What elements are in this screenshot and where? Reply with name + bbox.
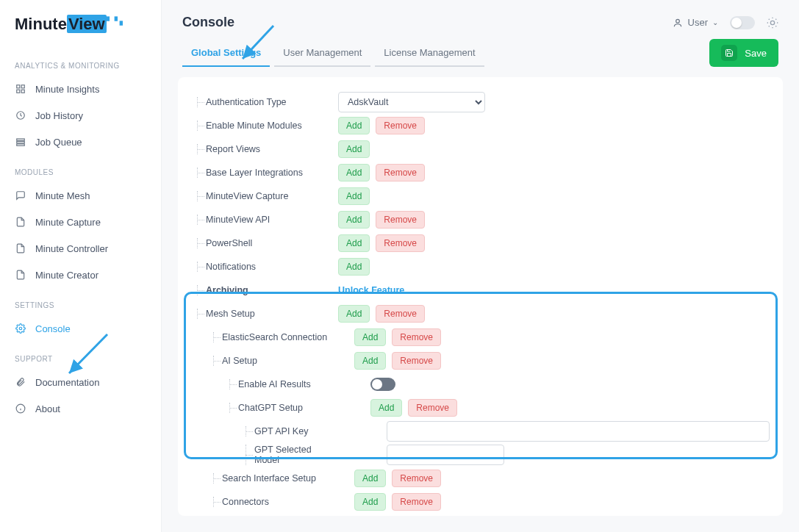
tree-report-views: Report Views: [184, 144, 338, 154]
tree-enable-ai-results: Enable AI Results: [184, 379, 338, 389]
sidebar-item-label: Minute Controller: [35, 243, 108, 254]
tree-gpt-api-key: GPT API Key: [184, 426, 338, 436]
sidebar-item-job-queue[interactable]: Job Queue: [0, 129, 161, 155]
sidebar-item-documentation[interactable]: Documentation: [0, 369, 161, 395]
gpt-api-key-input[interactable]: [387, 421, 770, 442]
sidebar-item-console[interactable]: Console: [0, 315, 161, 342]
gpt-model-input[interactable]: [387, 445, 504, 465]
tab-license-management[interactable]: License Management: [375, 40, 484, 67]
remove-button[interactable]: Remove: [376, 211, 425, 229]
sidebar-item-insights[interactable]: Minute Insights: [0, 76, 161, 102]
topbar-right: User ⌄: [672, 16, 778, 29]
file-icon: [15, 269, 26, 281]
logo-part1: Minute: [15, 15, 67, 33]
page-title: Console: [182, 15, 234, 30]
add-button[interactable]: Add: [338, 187, 370, 205]
sidebar-item-label: Job Queue: [35, 137, 82, 148]
sidebar-item-label: Minute Creator: [35, 270, 98, 281]
tree-notifications: Notifications: [184, 262, 338, 272]
tree-mv-capture: MinuteView Capture: [184, 191, 338, 201]
svg-rect-2: [17, 90, 20, 93]
svg-line-20: [769, 26, 770, 26]
add-button[interactable]: Add: [338, 211, 370, 229]
add-button[interactable]: Add: [338, 164, 370, 181]
sidebar-item-about[interactable]: About: [0, 395, 161, 422]
sun-icon[interactable]: [767, 17, 778, 29]
settings-panel: Authentication Type AdskVault Enable Min…: [178, 77, 783, 516]
tree-gpt-model: GPT Selected Model: [184, 445, 338, 465]
tree-enable-minute-modules: Enable Minute Modules: [184, 121, 338, 131]
sidebar-item-label: Documentation: [35, 377, 99, 388]
svg-line-17: [775, 26, 776, 26]
file-icon: [15, 216, 26, 228]
sidebar-item-minute-controller[interactable]: Minute Controller: [0, 235, 161, 262]
remove-button[interactable]: Remove: [408, 399, 457, 417]
chevron-down-icon: ⌄: [712, 18, 718, 26]
sidebar: MinuteView▘▝▗ ANALYTICS & MONITORING Min…: [0, 0, 162, 532]
save-button[interactable]: Save: [709, 39, 778, 67]
sidebar-section-modules: MODULES: [0, 155, 161, 182]
sidebar-item-label: Console: [35, 323, 71, 334]
paperclip-icon: [15, 376, 26, 388]
remove-button[interactable]: Remove: [376, 305, 425, 323]
queue-icon: [15, 136, 26, 148]
history-icon: [15, 109, 26, 121]
add-button[interactable]: Add: [354, 470, 386, 487]
gear-icon: [15, 323, 26, 334]
user-label: User: [688, 17, 708, 28]
sidebar-item-label: About: [35, 403, 60, 414]
user-icon: [672, 17, 684, 29]
add-button[interactable]: Add: [370, 399, 402, 417]
sidebar-item-job-history[interactable]: Job History: [0, 102, 161, 129]
sidebar-item-minute-capture[interactable]: Minute Capture: [0, 209, 161, 235]
sidebar-item-label: Minute Mesh: [35, 190, 90, 201]
user-menu[interactable]: User ⌄: [672, 17, 718, 29]
tree-ai-setup: AI Setup: [184, 356, 338, 366]
grid-icon: [15, 83, 26, 95]
svg-point-13: [770, 21, 774, 24]
remove-button[interactable]: Remove: [392, 328, 441, 346]
sidebar-item-minute-creator[interactable]: Minute Creator: [0, 262, 161, 288]
tree-es-connection: ElasticSearch Connection: [184, 332, 338, 342]
remove-button[interactable]: Remove: [392, 352, 441, 370]
logo-part2: View: [67, 15, 107, 33]
auth-type-select[interactable]: AdskVault: [338, 92, 485, 112]
sidebar-item-label: Minute Insights: [35, 84, 99, 95]
remove-button[interactable]: Remove: [392, 470, 441, 487]
tree-base-layer: Base Layer Integrations: [184, 168, 338, 178]
tree-auth-type: Authentication Type: [184, 97, 338, 107]
add-button[interactable]: Add: [354, 352, 386, 370]
file-icon: [15, 242, 26, 254]
svg-point-8: [19, 327, 22, 330]
logo: MinuteView▘▝▗: [0, 15, 161, 48]
svg-line-16: [769, 18, 770, 19]
tree-mesh-setup: Mesh Setup: [184, 309, 338, 319]
add-button[interactable]: Add: [338, 305, 370, 323]
theme-toggle[interactable]: [730, 16, 755, 29]
add-button[interactable]: Add: [354, 328, 386, 346]
svg-rect-5: [17, 139, 25, 140]
svg-point-12: [676, 19, 679, 23]
add-button[interactable]: Add: [338, 234, 370, 252]
add-button[interactable]: Add: [354, 493, 386, 511]
info-icon: [15, 403, 26, 414]
tab-user-management[interactable]: User Management: [274, 40, 370, 67]
chat-icon: [15, 190, 26, 201]
add-button[interactable]: Add: [338, 117, 370, 134]
remove-button[interactable]: Remove: [392, 493, 441, 511]
remove-button[interactable]: Remove: [376, 164, 425, 181]
svg-rect-6: [17, 141, 25, 143]
sidebar-section-settings: SETTINGS: [0, 288, 161, 315]
tab-global-settings[interactable]: Global Settings: [182, 40, 270, 67]
remove-button[interactable]: Remove: [376, 234, 425, 252]
save-label: Save: [745, 48, 767, 59]
add-button[interactable]: Add: [338, 140, 370, 158]
unlock-feature-link[interactable]: Unlock Feature: [338, 285, 404, 295]
sidebar-item-minute-mesh[interactable]: Minute Mesh: [0, 182, 161, 209]
add-button[interactable]: Add: [338, 258, 370, 276]
svg-line-21: [775, 18, 776, 19]
remove-button[interactable]: Remove: [376, 117, 425, 134]
save-icon: [721, 45, 737, 61]
enable-ai-results-toggle[interactable]: [370, 378, 395, 391]
svg-rect-0: [17, 85, 20, 88]
